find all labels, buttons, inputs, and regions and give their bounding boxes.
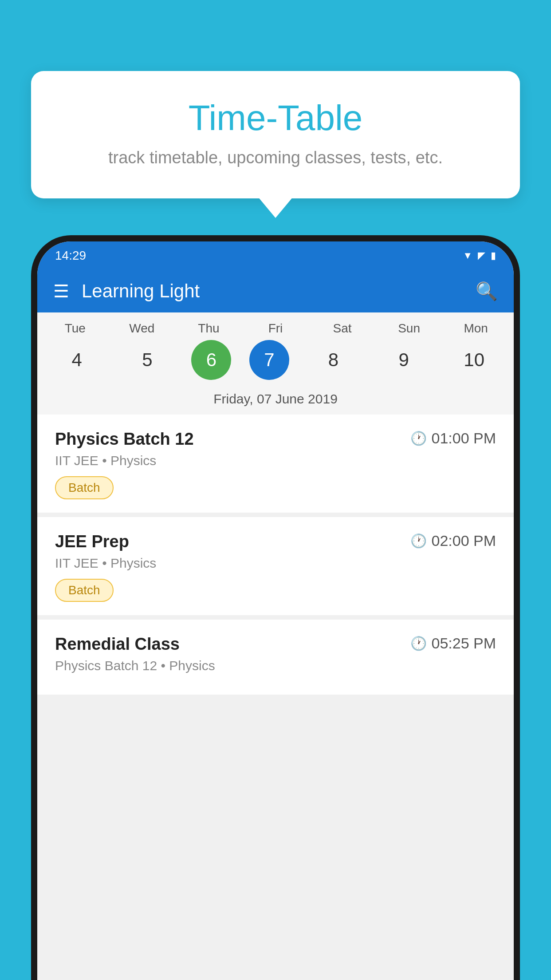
class-time-label-1: 01:00 PM bbox=[431, 430, 496, 447]
batch-badge-2: Batch bbox=[55, 579, 114, 602]
day-header-sun: Sun bbox=[383, 321, 435, 336]
app-bar-title: Learning Light bbox=[82, 281, 476, 302]
battery-icon: ▮ bbox=[491, 250, 496, 261]
search-icon[interactable]: 🔍 bbox=[476, 281, 498, 302]
class-subject-3: Physics Batch 12 • Physics bbox=[55, 658, 496, 673]
tooltip-title: Time-Table bbox=[67, 98, 484, 138]
day-header-wed: Wed bbox=[116, 321, 168, 336]
class-time-2: 🕐 02:00 PM bbox=[410, 532, 496, 549]
clock-icon-2: 🕐 bbox=[410, 533, 427, 549]
class-time-label-2: 02:00 PM bbox=[431, 532, 496, 549]
tooltip-card: Time-Table track timetable, upcoming cla… bbox=[31, 71, 520, 198]
class-subject-1: IIT JEE • Physics bbox=[55, 453, 496, 468]
day-8[interactable]: 8 bbox=[307, 340, 360, 380]
phone-inner: 14:29 ▼ ◤ ▮ ☰ Learning Light 🔍 Tue Wed T… bbox=[37, 241, 514, 980]
selected-date-label: Friday, 07 June 2019 bbox=[37, 387, 514, 415]
day-headers: Tue Wed Thu Fri Sat Sun Mon bbox=[37, 321, 514, 340]
day-5[interactable]: 5 bbox=[121, 340, 173, 380]
class-name-2: JEE Prep bbox=[55, 532, 129, 551]
day-header-mon: Mon bbox=[450, 321, 502, 336]
app-bar: ☰ Learning Light 🔍 bbox=[37, 270, 514, 312]
day-header-sat: Sat bbox=[316, 321, 369, 336]
class-time-1: 🕐 01:00 PM bbox=[410, 430, 496, 447]
batch-badge-1: Batch bbox=[55, 476, 114, 499]
menu-icon[interactable]: ☰ bbox=[53, 281, 69, 301]
calendar-strip: Tue Wed Thu Fri Sat Sun Mon 4 5 6 7 8 9 … bbox=[37, 312, 514, 415]
day-9[interactable]: 9 bbox=[378, 340, 430, 380]
class-card-2[interactable]: JEE Prep 🕐 02:00 PM IIT JEE • Physics Ba… bbox=[37, 517, 514, 615]
day-header-fri: Fri bbox=[249, 321, 302, 336]
clock-icon-1: 🕐 bbox=[410, 431, 427, 446]
class-card-2-header: JEE Prep 🕐 02:00 PM bbox=[55, 532, 496, 551]
class-card-1[interactable]: Physics Batch 12 🕐 01:00 PM IIT JEE • Ph… bbox=[37, 415, 514, 513]
clock-icon-3: 🕐 bbox=[410, 636, 427, 651]
day-numbers: 4 5 6 7 8 9 10 bbox=[37, 340, 514, 387]
class-card-3-header: Remedial Class 🕐 05:25 PM bbox=[55, 635, 496, 654]
day-header-thu: Thu bbox=[182, 321, 235, 336]
phone-frame: 14:29 ▼ ◤ ▮ ☰ Learning Light 🔍 Tue Wed T… bbox=[31, 235, 520, 980]
day-6-today[interactable]: 6 bbox=[191, 340, 231, 380]
class-time-label-3: 05:25 PM bbox=[431, 635, 496, 652]
signal-icon: ◤ bbox=[478, 250, 485, 261]
class-name-1: Physics Batch 12 bbox=[55, 430, 194, 449]
class-card-1-header: Physics Batch 12 🕐 01:00 PM bbox=[55, 430, 496, 449]
class-time-3: 🕐 05:25 PM bbox=[410, 635, 496, 652]
status-bar: 14:29 ▼ ◤ ▮ bbox=[37, 241, 514, 270]
class-list: Physics Batch 12 🕐 01:00 PM IIT JEE • Ph… bbox=[37, 415, 514, 695]
wifi-icon: ▼ bbox=[463, 250, 472, 261]
class-card-3[interactable]: Remedial Class 🕐 05:25 PM Physics Batch … bbox=[37, 620, 514, 695]
class-subject-2: IIT JEE • Physics bbox=[55, 556, 496, 571]
tooltip-subtitle: track timetable, upcoming classes, tests… bbox=[67, 148, 484, 167]
status-icons: ▼ ◤ ▮ bbox=[463, 250, 496, 261]
day-header-tue: Tue bbox=[49, 321, 101, 336]
status-time: 14:29 bbox=[55, 249, 86, 263]
class-name-3: Remedial Class bbox=[55, 635, 180, 654]
day-10[interactable]: 10 bbox=[448, 340, 500, 380]
day-7-selected[interactable]: 7 bbox=[249, 340, 289, 380]
day-4[interactable]: 4 bbox=[51, 340, 103, 380]
